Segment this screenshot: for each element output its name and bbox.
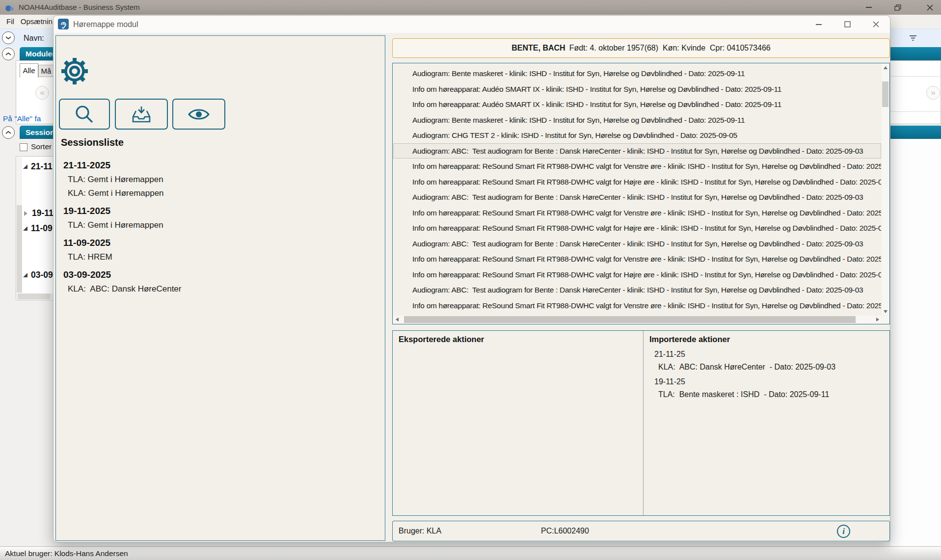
session-group-entry[interactable]: TLA: Gemt i Høremappen xyxy=(68,220,382,230)
list-item[interactable]: Info om høreapparat: ReSound Smart Fit R… xyxy=(393,267,881,283)
menu-item-fil[interactable]: Fil xyxy=(6,15,14,28)
preview-button[interactable] xyxy=(172,99,225,130)
eye-icon xyxy=(188,107,210,122)
scroll-up-button[interactable] xyxy=(882,64,889,71)
actions-list-box: Audiogram: Bente maskeret - klinik: ISHD… xyxy=(392,63,890,324)
app-logo-icon xyxy=(5,2,15,14)
modules-header-label: Moduler xyxy=(26,50,55,58)
restore-icon xyxy=(894,4,901,11)
user-label: Bruger: KLA xyxy=(399,521,441,541)
list-item[interactable]: Audiogram: ABC: Test audiogram for Bente… xyxy=(393,143,881,159)
tree-collapsed-icon[interactable] xyxy=(24,211,27,216)
session-group-date: 03-09-2025 xyxy=(63,269,382,280)
scroll-left-button[interactable] xyxy=(393,316,401,323)
import-button[interactable] xyxy=(115,99,168,130)
actions-list: Audiogram: Bente maskeret - klinik: ISHD… xyxy=(393,64,881,315)
list-item[interactable]: Info om høreapparat: ReSound Smart Fit R… xyxy=(393,174,881,190)
list-item[interactable]: Audiogram: Bente maskeret - klinik: ISHD… xyxy=(393,66,881,81)
main-window-titlebar: NOAH4Auditbase - Business System xyxy=(0,0,941,15)
sort-checkbox[interactable] xyxy=(20,143,27,151)
tree-expanded-icon[interactable] xyxy=(23,164,27,169)
list-item[interactable]: Info om høreapparat: ReSound Smart Fit R… xyxy=(393,298,881,314)
tree-item-label: 21-11 xyxy=(31,161,53,172)
list-item[interactable]: Audiogram: ABC: Test audiogram for Bente… xyxy=(393,236,881,252)
list-item[interactable]: Audiogram: CHG TEST 2 - klinik: ISHD - I… xyxy=(393,128,881,143)
navn-label: Navn: xyxy=(24,29,44,47)
right-content-area xyxy=(890,139,941,546)
chevron-up-icon xyxy=(5,131,12,134)
arrow-right-icon xyxy=(876,318,879,321)
search-button[interactable] xyxy=(59,99,110,130)
menu-item-opsætnin[interactable]: Opsætnin xyxy=(21,15,53,28)
patient-header: BENTE, BACH Født: 4. oktober 1957(68) Kø… xyxy=(392,38,890,58)
patient-details: Født: 4. oktober 1957(68) Køn: Kvinde Cp… xyxy=(569,44,771,53)
tree-expanded-icon[interactable] xyxy=(23,273,27,277)
session-group-entry[interactable]: KLA: ABC: Dansk HøreCenter xyxy=(68,284,382,294)
exported-heading: Eksporterede aktioner xyxy=(399,335,637,344)
tree-item-label: 03-09 xyxy=(31,270,53,280)
right-panel-divider xyxy=(890,111,941,112)
main-close-button[interactable] xyxy=(920,1,939,14)
list-item[interactable]: Info om høreapparat: ReSound Smart Fit R… xyxy=(393,205,881,221)
collapse-modules-button[interactable] xyxy=(2,48,15,60)
horemappe-dialog: Høremappe modul xyxy=(53,15,890,542)
scrollbar-thumb[interactable] xyxy=(17,205,22,293)
ear-icon xyxy=(58,19,69,29)
list-item[interactable]: Info om høreapparat: Audéo SMART IX - kl… xyxy=(393,81,881,97)
main-restore-button[interactable] xyxy=(888,1,907,14)
list-item[interactable]: Audiogram: ABC: Test audiogram for Bente… xyxy=(393,189,881,205)
scroll-down-button[interactable] xyxy=(882,308,889,315)
arrow-left-icon xyxy=(396,318,399,321)
session-group-entry[interactable]: KLA: Gemt i Høremappen xyxy=(68,188,382,198)
session-group-date: 11-09-2025 xyxy=(63,238,382,248)
dialog-close-button[interactable] xyxy=(868,18,883,31)
filter-icon[interactable] xyxy=(909,35,917,41)
dialog-title: Høremappe modul xyxy=(73,16,138,33)
session-group-entry[interactable]: TLA: HREM xyxy=(68,252,382,262)
session-group-entry[interactable]: TLA: Gemt i Høremappen xyxy=(68,175,382,185)
list-item[interactable]: Audiogram: ABC: Test audiogram for Bente… xyxy=(393,282,881,298)
scrollbar-corner xyxy=(882,316,889,323)
scrollbar-thumb[interactable] xyxy=(404,316,856,323)
session-group-date: 21-11-2025 xyxy=(63,160,382,171)
settings-gear-icon[interactable] xyxy=(59,55,90,87)
list-item[interactable]: Info om høreapparat: ReSound Smart Fit R… xyxy=(393,159,881,174)
expand-right-button[interactable] xyxy=(926,86,940,100)
session-group-date: 19-11-2025 xyxy=(63,206,382,216)
search-icon xyxy=(74,105,95,124)
tab-alle[interactable]: Alle xyxy=(20,63,38,78)
collapse-left-button[interactable] xyxy=(35,86,49,100)
chevron-up-icon xyxy=(5,52,12,56)
status-bar: Aktuel bruger: Klods-Hans Andersen xyxy=(0,546,941,560)
horizontal-scrollbar[interactable] xyxy=(393,316,881,323)
scrollbar-thumb[interactable] xyxy=(882,81,888,107)
list-item[interactable]: Audiogram: Bente maskeret - klinik: ISHD… xyxy=(393,112,881,128)
maximize-icon xyxy=(844,21,851,27)
collapse-sessions-button[interactable] xyxy=(2,126,15,139)
import-tray-icon xyxy=(131,106,152,123)
alle-link[interactable]: På "Alle" fa xyxy=(3,114,41,123)
chevron-down-icon xyxy=(5,36,12,40)
list-item[interactable]: Info om høreapparat: ReSound Smart Fit R… xyxy=(393,251,881,267)
vertical-scrollbar[interactable] xyxy=(882,64,889,315)
tree-expanded-icon[interactable] xyxy=(23,226,27,231)
tab-må[interactable]: Må xyxy=(38,65,54,77)
dialog-minimize-button[interactable] xyxy=(811,18,826,31)
imported-group-entry[interactable]: KLA: ABC: Dansk HøreCenter - Dato: 2025-… xyxy=(658,363,884,372)
dialog-maximize-button[interactable] xyxy=(840,18,855,31)
collapse-toolbar-button[interactable] xyxy=(2,31,15,44)
main-minimize-button[interactable] xyxy=(860,1,878,14)
info-icon[interactable] xyxy=(837,525,850,538)
actions-panels: Eksporterede aktioner Importerede aktion… xyxy=(392,330,890,516)
tree-vertical-scrollbar[interactable] xyxy=(17,157,22,294)
list-item[interactable]: Info om høreapparat: ReSound Smart Fit R… xyxy=(393,220,881,236)
minimize-icon xyxy=(866,7,872,8)
scroll-right-button[interactable] xyxy=(874,316,881,323)
imported-actions-panel: Importerede aktioner 21-11-25KLA: ABC: D… xyxy=(643,331,889,515)
arrow-down-icon xyxy=(884,310,887,313)
scrollbar-thumb[interactable] xyxy=(18,293,50,299)
list-item[interactable]: Info om høreapparat: Audéo SMART IX - kl… xyxy=(393,97,881,112)
imported-group-entry[interactable]: TLA: Bente maskeret : ISHD - Dato: 2025-… xyxy=(658,390,884,399)
pc-label: PC:L6002490 xyxy=(541,521,589,541)
imported-heading: Importerede aktioner xyxy=(649,335,884,344)
